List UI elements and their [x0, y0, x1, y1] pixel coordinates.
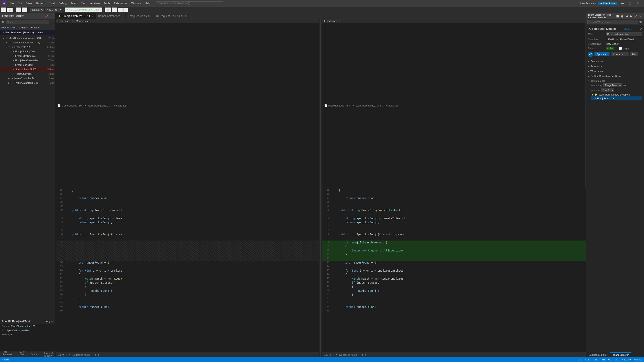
pr-section-workitems-header[interactable]: ▶ Work Items	[588, 69, 642, 73]
copy-all-button[interactable]: Copy All	[44, 320, 54, 323]
toolbar-step-out[interactable]: ↑	[123, 7, 128, 12]
statusbar-warnings[interactable]: ⚠ 0	[615, 358, 619, 361]
statusbar-ch[interactable]: Ch 1	[594, 358, 599, 361]
expand-twitter[interactable]: ▶	[7, 81, 11, 85]
change-folder[interactable]: ▼ 📁 WebApplication2\Controllers	[591, 93, 642, 96]
statusbar-ins[interactable]: INS	[602, 358, 606, 361]
expand-icon[interactable]: ⤢	[640, 27, 642, 30]
global-search-input[interactable]	[156, 1, 223, 5]
approve-button[interactable]: Approve !	[594, 52, 610, 56]
nav-right[interactable]: ▶	[98, 354, 100, 356]
search-options-icon[interactable]: ▾	[50, 20, 54, 24]
pr-section-changes-header[interactable]: ▼ Changes (1)	[588, 79, 642, 83]
right-path-2[interactable]: WebApplication2.Contr...	[356, 104, 383, 107]
te-back-icon[interactable]: ◀	[625, 14, 629, 18]
tree-item-t1[interactable]: ✔ EmojiClothingTest 1 ms	[0, 49, 55, 54]
output-tab-errors[interactable]: Error List ...	[17, 349, 28, 357]
statusbar-ln[interactable]: Ln 1	[578, 358, 582, 361]
menu-team[interactable]: Team	[69, 1, 79, 5]
menu-file[interactable]: File	[8, 1, 16, 5]
work-items-search-input[interactable]	[587, 20, 638, 24]
solution-explorer-tab[interactable]: Solution Explorer	[586, 352, 610, 357]
update-dropdown[interactable]: 1 of 1	[601, 88, 614, 92]
run-all-btn[interactable]: Run All	[1, 26, 9, 29]
output-tab-terminal[interactable]: Terminal Window	[41, 351, 56, 357]
editor-tab-1[interactable]: HomeController.cs ✕	[96, 13, 126, 19]
pr-section-reviewers-header[interactable]: ▶ Reviewers	[588, 64, 642, 68]
left-path-2[interactable]: WebApplication2.C...	[88, 104, 111, 107]
vs2019-link[interactable]: VS2019	[624, 27, 632, 30]
tab-2-close[interactable]: ✕	[148, 15, 150, 17]
right-code-area[interactable]: 55 } 56 57 return numberFound; 58 59 60 …	[322, 188, 586, 352]
menu-build[interactable]: Build	[47, 1, 56, 5]
editor-tab-3[interactable]: Pull Request Discussion ✕	[152, 13, 189, 19]
tabs-overflow[interactable]: ▾	[189, 13, 193, 19]
close-button[interactable]: ✕	[634, 0, 642, 6]
nav-left[interactable]: ◀	[94, 354, 96, 356]
te-pin-icon[interactable]: 📌	[634, 14, 638, 18]
menu-help[interactable]: Help	[143, 1, 152, 5]
tree-item-t5[interactable]: ✕ SpecificEmojiNullT... 153 ms	[0, 67, 55, 72]
tab-0-close[interactable]: ✕	[92, 15, 93, 17]
output-tab-output[interactable]: Output	[28, 352, 41, 357]
toolbar-step-into[interactable]: ↓	[118, 7, 123, 12]
maximize-button[interactable]: □	[626, 0, 634, 6]
tree-item-twitter[interactable]: ▶ ✔ TwitterDataModel... (6) 1 ms	[0, 81, 55, 85]
expand-child1[interactable]: ▼	[4, 41, 8, 44]
statusbar-col[interactable]: Col 1	[585, 358, 591, 361]
menu-project[interactable]: Project	[34, 1, 46, 5]
minimize-button[interactable]: ─	[618, 0, 626, 6]
run-btn[interactable]: Run...	[12, 26, 18, 29]
liveshare-button[interactable]: ⟳ Live Share	[598, 1, 617, 5]
te-forward-icon[interactable]: ▶	[629, 14, 633, 18]
team-explorer-tab[interactable]: Team Explorer	[610, 352, 632, 357]
compare-from-dropdown[interactable]: Merge Base	[603, 83, 622, 87]
statusbar-vs2[interactable]: VS2019	[634, 358, 642, 361]
menu-tools[interactable]: Tools	[102, 1, 112, 5]
tree-item-t3[interactable]: ✔ EmojiFaceSearchTest 77 ms	[0, 58, 55, 63]
change-file[interactable]: ◈ EmojiSearch.cs	[591, 96, 642, 100]
toolbar-undo[interactable]: ↩	[16, 7, 21, 12]
test-explorer-pin[interactable]: 📌	[44, 14, 48, 18]
te-home-icon[interactable]: 🏠	[620, 14, 624, 18]
editor-tab-0[interactable]: ⚡ EmojiSearch.cs: PR 11 ✕	[56, 13, 96, 19]
left-path-1[interactable]: Miscellaneous File	[62, 104, 82, 107]
statusbar-vs1[interactable]: VS2019	[622, 358, 631, 361]
menu-analyze[interactable]: Analyze	[88, 1, 102, 5]
menu-extensions[interactable]: Extensions	[112, 1, 129, 5]
tree-item-t6[interactable]: ✔ TearsOfJoyTest 10 ms	[0, 72, 55, 76]
tree-item-home[interactable]: ▶ ✔ HomeControllerTe... 1 sec	[0, 76, 55, 81]
expand-emoji[interactable]: ▼	[7, 45, 11, 49]
right-nav-right[interactable]: ▶	[365, 354, 366, 356]
expand-root[interactable]: ▼	[2, 36, 6, 40]
zoom-level[interactable]: 125 %	[57, 354, 64, 356]
te-refresh-icon[interactable]: 🔄	[616, 14, 620, 18]
work-items-search-icon[interactable]: 🔍	[639, 20, 643, 24]
menu-debug[interactable]: Debug	[57, 1, 68, 5]
test-explorer-close[interactable]: ✕	[50, 14, 54, 18]
pr-section-build-header[interactable]: ▶ Build & Code Analysis Results	[588, 74, 642, 78]
left-path-3[interactable]: hasEmoji	[116, 104, 126, 107]
exit-button[interactable]: Exit	[630, 52, 638, 56]
tab-1-close[interactable]: ✕	[122, 15, 123, 17]
menu-view[interactable]: View	[25, 1, 34, 5]
toolbar-stop-btn[interactable]: ⏹	[7, 7, 13, 12]
menu-edit[interactable]: Edit	[16, 1, 24, 5]
expand-home[interactable]: ▶	[7, 76, 11, 80]
toolbar-run-btn[interactable]: ▶	[1, 7, 6, 12]
pr-section-description-header[interactable]: ▶ Description	[588, 59, 642, 63]
toolbar-start-btn[interactable]: ▶ IIS Express (Microsoft Edge)	[65, 7, 102, 12]
tab-3-close[interactable]: ✕	[185, 15, 187, 17]
toolbar-step-over[interactable]: ↷	[112, 7, 118, 12]
menu-test[interactable]: Test	[80, 1, 88, 5]
tree-item-root[interactable]: ▼ ✕ UserSentimentAnalysis... (18) 1 sec	[0, 36, 55, 40]
toolbar-bp-btn[interactable]: ⬤	[105, 7, 111, 12]
left-code-area[interactable]: 55 } 56 57 return numberFound; 58 59 60 …	[56, 188, 319, 352]
right-zoom[interactable]: 125 %	[324, 354, 331, 356]
test-search-input[interactable]	[6, 20, 49, 24]
statusbar-errors[interactable]: ⊗ 0	[608, 358, 612, 361]
tree-item-t2[interactable]: ✔ EmojiExtraSpecial... < 1 ms	[0, 54, 55, 58]
toolbar-redo[interactable]: ↪	[22, 7, 27, 12]
checkout-button[interactable]: Check out...	[611, 52, 628, 56]
tree-item-emoji-group[interactable]: ▼ ✔ EmojiTests (6) 244 ms	[0, 45, 55, 49]
